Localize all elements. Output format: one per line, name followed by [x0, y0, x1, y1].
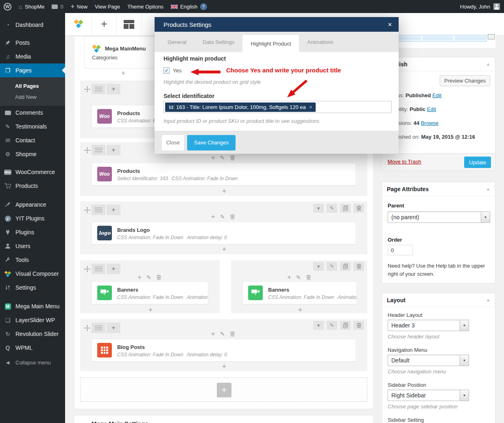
move-handle-icon[interactable]	[84, 266, 90, 272]
submenu-all-pages[interactable]: All Pages	[0, 81, 65, 92]
row-delete-button[interactable]	[353, 204, 364, 213]
collapse-icon[interactable]: ▲	[486, 187, 490, 191]
column-edit-icon[interactable]: ✎	[220, 155, 225, 161]
column-delete-icon[interactable]	[230, 155, 235, 161]
nav-menu-select[interactable]: Default▼	[388, 355, 469, 366]
sidebar-item-woocommerce[interactable]: WooWooCommerce	[0, 165, 65, 179]
move-handle-icon[interactable]	[84, 86, 90, 92]
row-clone-button[interactable]	[340, 204, 351, 213]
revisions-browse-link[interactable]: Browse	[421, 120, 439, 126]
row-layout-button[interactable]	[92, 323, 105, 333]
row-add-button[interactable]: +	[107, 145, 120, 155]
close-icon[interactable]: ✕	[388, 22, 392, 28]
sidebar-item-dashboard[interactable]: ◔Dashboard	[0, 18, 65, 32]
element-card-banners[interactable]: Banners CSS Animation: Fade In DownAnima…	[92, 281, 208, 304]
tab-animations[interactable]: Animations	[299, 32, 341, 52]
add-element-plus[interactable]: +	[296, 306, 304, 314]
sidebar-pos-select[interactable]: Right Sidebar▼	[388, 390, 469, 401]
column-add-icon[interactable]: +	[211, 330, 215, 338]
sidebar-item-settings[interactable]: Settings	[0, 281, 65, 294]
sidebar-item-posts[interactable]: Posts	[0, 36, 65, 50]
status-edit-link[interactable]: Edit	[432, 92, 441, 98]
theme-options-menu[interactable]: Theme Options	[124, 0, 167, 13]
new-menu[interactable]: +New	[67, 0, 91, 13]
row-add-button[interactable]: +	[107, 205, 120, 215]
view-page-menu[interactable]: View Page	[91, 0, 124, 13]
header-layout-select[interactable]: Header 3▼	[388, 320, 469, 331]
add-element-plus[interactable]: +	[220, 362, 228, 371]
parent-select[interactable]: (no parent)▼	[388, 212, 490, 223]
row-add-button[interactable]: +	[107, 84, 120, 94]
row-layout-button[interactable]	[92, 205, 105, 215]
move-handle-icon[interactable]	[84, 325, 90, 331]
sidebar-item-layerslider[interactable]: ❏LayerSlider WP	[0, 313, 65, 327]
sidebar-item-testimonials[interactable]: ✎Testimonials	[0, 120, 65, 133]
howdy-label[interactable]: Howdy, John	[460, 4, 490, 10]
move-handle-icon[interactable]	[84, 147, 90, 153]
sidebar-item-contact[interactable]: ✉Contact	[0, 133, 65, 147]
row-clone-button[interactable]	[340, 262, 351, 271]
element-card-blog-posts[interactable]: Blog Posts CSS Animation: Fade In DownAn…	[92, 339, 356, 362]
column-add-icon[interactable]: +	[211, 154, 215, 162]
column-edit-icon[interactable]: ✎	[220, 214, 225, 220]
order-input[interactable]	[388, 245, 413, 255]
row-delete-button[interactable]	[353, 262, 364, 271]
close-button[interactable]: Close	[162, 135, 184, 150]
submenu-add-new[interactable]: Add New	[0, 92, 65, 102]
move-handle-icon[interactable]	[84, 207, 90, 213]
visibility-edit-link[interactable]: Edit	[427, 106, 436, 112]
row-toggle-button[interactable]: ▾	[313, 321, 324, 330]
add-element-plus[interactable]: +	[119, 69, 127, 78]
add-row-button[interactable]: +	[217, 383, 231, 397]
column-add-icon[interactable]: +	[137, 273, 142, 281]
update-button[interactable]: Update	[464, 157, 491, 168]
add-element-plus[interactable]: +	[220, 187, 228, 196]
vc-logo-button[interactable]	[65, 13, 92, 35]
tab-general[interactable]: General	[159, 32, 194, 52]
column-edit-icon[interactable]: ✎	[220, 331, 225, 337]
column-delete-icon[interactable]	[230, 214, 235, 220]
templates-button[interactable]	[117, 13, 141, 35]
preview-changes-button[interactable]: Preview Changes	[440, 75, 490, 86]
row-layout-button[interactable]	[92, 145, 105, 155]
element-card-banners[interactable]: Banners CSS Animation: Fade In DownAnima…	[242, 281, 357, 304]
element-card-products[interactable]: Woo Products Select identificator: 163CS…	[92, 163, 356, 185]
tab-data-settings[interactable]: Data Settings	[194, 32, 242, 52]
row-layout-button[interactable]	[92, 264, 105, 274]
sidebar-item-pages[interactable]: ❐Pages	[0, 63, 65, 77]
column-edit-icon[interactable]: ✎	[146, 274, 151, 281]
row-add-button[interactable]: +	[107, 264, 120, 274]
sidebar-item-visual-composer[interactable]: Visual Composer	[0, 267, 65, 281]
row-toggle-button[interactable]: ▾	[313, 204, 324, 213]
language-menu[interactable]: English ?	[167, 0, 211, 13]
row-layout-button[interactable]	[92, 84, 105, 94]
sidebar-item-wpml[interactable]: QWPML	[0, 341, 65, 355]
column-add-icon[interactable]: +	[287, 273, 291, 281]
comments-menu[interactable]: 0	[48, 0, 67, 13]
wp-logo-menu[interactable]: W	[0, 0, 15, 13]
user-avatar[interactable]	[493, 3, 500, 10]
help-icon[interactable]: ?	[200, 3, 207, 10]
sidebar-item-plugins[interactable]: Plugins	[0, 225, 65, 239]
sidebar-item-revolution-slider[interactable]: ↻Revolution Slider	[0, 327, 65, 341]
save-changes-button[interactable]: Save Changes	[187, 135, 236, 150]
column-delete-icon[interactable]	[230, 331, 235, 337]
collapse-icon[interactable]: ▲	[486, 62, 490, 66]
add-element-plus[interactable]: +	[146, 306, 155, 314]
row-delete-button[interactable]	[353, 321, 364, 330]
sidebar-item-yit-plugins[interactable]: yYIT Plugins	[0, 212, 65, 225]
row-edit-button[interactable]: ✎	[327, 262, 337, 271]
row-add-button[interactable]: +	[107, 323, 120, 333]
sidebar-item-comments[interactable]: Comments	[0, 106, 65, 120]
row-toggle-button[interactable]: ▾	[313, 262, 324, 271]
tab-highlight-product[interactable]: Highlight Product	[242, 35, 299, 52]
yes-checkbox[interactable]: ✓	[164, 68, 170, 74]
add-element-button[interactable]: +	[92, 13, 116, 35]
row-clone-button[interactable]	[340, 321, 351, 330]
column-add-icon[interactable]: +	[211, 213, 215, 221]
row-edit-button[interactable]: ✎	[327, 321, 337, 330]
move-to-trash-link[interactable]: Move to Trash	[388, 159, 421, 165]
element-card-brands-logo[interactable]: logo Brands Logo CSS Animation: Fade In …	[92, 222, 356, 244]
sidebar-item-mega-main-menu[interactable]: MMega Main Menu	[0, 299, 65, 313]
element-card-mega-mainmenu[interactable]: Mega MainMenu Categories	[84, 37, 162, 68]
